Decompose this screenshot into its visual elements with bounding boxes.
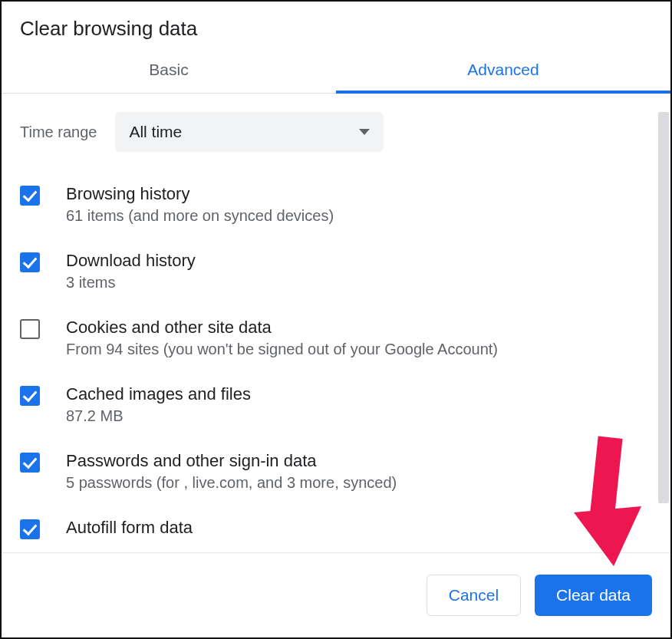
option-browsing-history: Browsing history 61 items (and more on s… — [20, 184, 652, 225]
checkbox-autofill[interactable] — [20, 519, 40, 539]
option-autofill: Autofill form data — [20, 518, 652, 541]
checkbox-cookies[interactable] — [20, 319, 40, 339]
clear-browsing-data-dialog: Clear browsing data Basic Advanced Time … — [0, 0, 672, 639]
option-title: Passwords and other sign-in data — [66, 451, 397, 471]
option-sub: 5 passwords (for , live.com, and 3 more,… — [66, 474, 397, 492]
option-sub: 87.2 MB — [66, 407, 251, 425]
checkbox-passwords[interactable] — [20, 453, 40, 473]
tab-advanced[interactable]: Advanced — [336, 48, 670, 93]
option-cached: Cached images and files 87.2 MB — [20, 384, 652, 425]
time-range-select[interactable]: All time — [115, 112, 384, 152]
checkbox-cached[interactable] — [20, 386, 40, 406]
tab-bar: Basic Advanced — [2, 48, 670, 94]
time-range-value: All time — [129, 123, 182, 141]
dialog-body: Time range All time Browsing history 61 … — [2, 94, 670, 552]
option-title: Download history — [66, 251, 196, 271]
time-range-row: Time range All time — [20, 112, 652, 152]
checkbox-browsing-history[interactable] — [20, 186, 40, 206]
dialog-title: Clear browsing data — [2, 2, 670, 48]
dialog-footer: Cancel Clear data — [2, 552, 670, 637]
chevron-down-icon — [359, 129, 370, 135]
option-sub: From 94 sites (you won't be signed out o… — [66, 341, 498, 358]
tab-basic[interactable]: Basic — [2, 48, 336, 93]
option-sub: 61 items (and more on synced devices) — [66, 207, 334, 225]
option-title: Cached images and files — [66, 384, 251, 404]
option-download-history: Download history 3 items — [20, 251, 652, 292]
cancel-button[interactable]: Cancel — [427, 575, 521, 616]
option-passwords: Passwords and other sign-in data 5 passw… — [20, 451, 652, 492]
option-cookies: Cookies and other site data From 94 site… — [20, 318, 652, 358]
option-title: Autofill form data — [66, 518, 193, 538]
option-title: Cookies and other site data — [66, 318, 498, 338]
scrollbar[interactable] — [658, 112, 669, 503]
clear-data-button[interactable]: Clear data — [535, 575, 652, 616]
option-sub: 3 items — [66, 274, 196, 292]
checkbox-download-history[interactable] — [20, 252, 40, 272]
option-title: Browsing history — [66, 184, 334, 204]
time-range-label: Time range — [20, 124, 97, 141]
